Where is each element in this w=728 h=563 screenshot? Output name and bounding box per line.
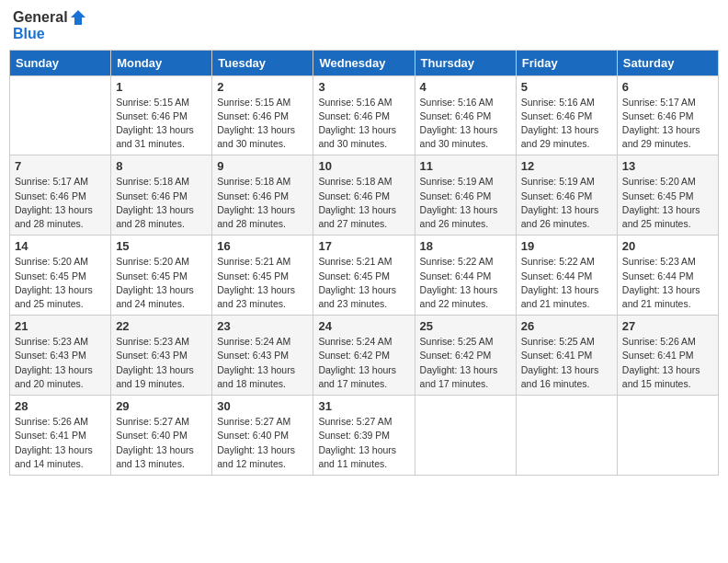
weekday-header-row: SundayMondayTuesdayWednesdayThursdayFrid…	[10, 50, 719, 75]
day-number: 25	[420, 319, 511, 333]
day-info: Sunrise: 5:16 AM Sunset: 6:46 PM Dayligh…	[420, 96, 511, 152]
day-number: 10	[318, 159, 409, 173]
day-number: 4	[420, 80, 511, 94]
calendar-cell: 25Sunrise: 5:25 AM Sunset: 6:42 PM Dayli…	[415, 316, 516, 396]
day-info: Sunrise: 5:24 AM Sunset: 6:43 PM Dayligh…	[217, 335, 308, 391]
day-number: 15	[116, 239, 207, 253]
day-info: Sunrise: 5:19 AM Sunset: 6:46 PM Dayligh…	[521, 175, 612, 231]
calendar-cell: 18Sunrise: 5:22 AM Sunset: 6:44 PM Dayli…	[415, 236, 516, 316]
logo-text: General Blue	[13, 9, 86, 42]
day-number: 19	[521, 239, 612, 253]
day-info: Sunrise: 5:18 AM Sunset: 6:46 PM Dayligh…	[318, 175, 409, 231]
calendar-cell: 11Sunrise: 5:19 AM Sunset: 6:46 PM Dayli…	[415, 155, 516, 236]
calendar-cell: 23Sunrise: 5:24 AM Sunset: 6:43 PM Dayli…	[212, 316, 313, 396]
day-number: 16	[217, 239, 308, 253]
day-number: 5	[521, 80, 612, 94]
day-number: 6	[622, 80, 713, 94]
weekday-header-friday: Friday	[516, 50, 617, 75]
calendar-cell	[10, 75, 111, 155]
day-info: Sunrise: 5:26 AM Sunset: 6:41 PM Dayligh…	[15, 415, 106, 471]
calendar-cell: 9Sunrise: 5:18 AM Sunset: 6:46 PM Daylig…	[212, 155, 313, 236]
day-number: 11	[420, 159, 511, 173]
calendar-cell: 19Sunrise: 5:22 AM Sunset: 6:44 PM Dayli…	[516, 236, 617, 316]
calendar-table: SundayMondayTuesdayWednesdayThursdayFrid…	[9, 50, 719, 476]
day-number: 21	[15, 319, 106, 333]
day-number: 18	[420, 239, 511, 253]
day-info: Sunrise: 5:21 AM Sunset: 6:45 PM Dayligh…	[318, 255, 409, 311]
calendar-cell: 20Sunrise: 5:23 AM Sunset: 6:44 PM Dayli…	[617, 236, 718, 316]
day-info: Sunrise: 5:27 AM Sunset: 6:40 PM Dayligh…	[116, 415, 207, 471]
calendar-cell: 4Sunrise: 5:16 AM Sunset: 6:46 PM Daylig…	[415, 75, 516, 155]
calendar-week-row: 28Sunrise: 5:26 AM Sunset: 6:41 PM Dayli…	[10, 396, 719, 476]
day-info: Sunrise: 5:21 AM Sunset: 6:45 PM Dayligh…	[217, 255, 308, 311]
calendar-cell: 14Sunrise: 5:20 AM Sunset: 6:45 PM Dayli…	[10, 236, 111, 316]
day-number: 17	[318, 239, 409, 253]
day-number: 28	[15, 399, 106, 413]
day-info: Sunrise: 5:18 AM Sunset: 6:46 PM Dayligh…	[116, 175, 207, 231]
logo-arrow-icon	[70, 9, 86, 26]
day-info: Sunrise: 5:23 AM Sunset: 6:43 PM Dayligh…	[15, 335, 106, 391]
calendar-cell: 2Sunrise: 5:15 AM Sunset: 6:46 PM Daylig…	[212, 75, 313, 155]
calendar-cell	[617, 396, 718, 476]
day-info: Sunrise: 5:22 AM Sunset: 6:44 PM Dayligh…	[420, 255, 511, 311]
calendar-cell: 22Sunrise: 5:23 AM Sunset: 6:43 PM Dayli…	[111, 316, 212, 396]
weekday-header-thursday: Thursday	[415, 50, 516, 75]
day-info: Sunrise: 5:16 AM Sunset: 6:46 PM Dayligh…	[318, 96, 409, 152]
day-info: Sunrise: 5:23 AM Sunset: 6:44 PM Dayligh…	[622, 255, 713, 311]
day-number: 1	[116, 80, 207, 94]
calendar-cell: 21Sunrise: 5:23 AM Sunset: 6:43 PM Dayli…	[10, 316, 111, 396]
calendar-week-row: 14Sunrise: 5:20 AM Sunset: 6:45 PM Dayli…	[10, 236, 719, 316]
weekday-header-tuesday: Tuesday	[212, 50, 313, 75]
calendar-cell	[516, 396, 617, 476]
weekday-header-saturday: Saturday	[617, 50, 718, 75]
day-info: Sunrise: 5:22 AM Sunset: 6:44 PM Dayligh…	[521, 255, 612, 311]
calendar-cell: 3Sunrise: 5:16 AM Sunset: 6:46 PM Daylig…	[313, 75, 415, 155]
day-info: Sunrise: 5:20 AM Sunset: 6:45 PM Dayligh…	[622, 175, 713, 231]
calendar-cell: 24Sunrise: 5:24 AM Sunset: 6:42 PM Dayli…	[313, 316, 415, 396]
calendar-cell: 30Sunrise: 5:27 AM Sunset: 6:40 PM Dayli…	[212, 396, 313, 476]
day-info: Sunrise: 5:26 AM Sunset: 6:41 PM Dayligh…	[622, 335, 713, 391]
calendar-cell	[415, 396, 516, 476]
day-number: 22	[116, 319, 207, 333]
day-number: 13	[622, 159, 713, 173]
day-info: Sunrise: 5:15 AM Sunset: 6:46 PM Dayligh…	[116, 96, 207, 152]
day-number: 26	[521, 319, 612, 333]
day-info: Sunrise: 5:23 AM Sunset: 6:43 PM Dayligh…	[116, 335, 207, 391]
day-info: Sunrise: 5:20 AM Sunset: 6:45 PM Dayligh…	[116, 255, 207, 311]
day-info: Sunrise: 5:18 AM Sunset: 6:46 PM Dayligh…	[217, 175, 308, 231]
day-number: 2	[217, 80, 308, 94]
day-number: 24	[318, 319, 409, 333]
calendar-cell: 5Sunrise: 5:16 AM Sunset: 6:46 PM Daylig…	[516, 75, 617, 155]
day-number: 30	[217, 399, 308, 413]
day-number: 27	[622, 319, 713, 333]
day-number: 23	[217, 319, 308, 333]
day-number: 8	[116, 159, 207, 173]
calendar-cell: 27Sunrise: 5:26 AM Sunset: 6:41 PM Dayli…	[617, 316, 718, 396]
day-number: 29	[116, 399, 207, 413]
calendar-cell: 26Sunrise: 5:25 AM Sunset: 6:41 PM Dayli…	[516, 316, 617, 396]
calendar-cell: 29Sunrise: 5:27 AM Sunset: 6:40 PM Dayli…	[111, 396, 212, 476]
day-info: Sunrise: 5:17 AM Sunset: 6:46 PM Dayligh…	[622, 96, 713, 152]
header: General Blue	[9, 9, 719, 42]
calendar-cell: 10Sunrise: 5:18 AM Sunset: 6:46 PM Dayli…	[313, 155, 415, 236]
calendar-cell: 8Sunrise: 5:18 AM Sunset: 6:46 PM Daylig…	[111, 155, 212, 236]
day-info: Sunrise: 5:25 AM Sunset: 6:42 PM Dayligh…	[420, 335, 511, 391]
day-info: Sunrise: 5:19 AM Sunset: 6:46 PM Dayligh…	[420, 175, 511, 231]
calendar-cell: 13Sunrise: 5:20 AM Sunset: 6:45 PM Dayli…	[617, 155, 718, 236]
day-number: 3	[318, 80, 409, 94]
logo: General Blue	[13, 9, 86, 42]
calendar-cell: 7Sunrise: 5:17 AM Sunset: 6:46 PM Daylig…	[10, 155, 111, 236]
calendar-cell: 31Sunrise: 5:27 AM Sunset: 6:39 PM Dayli…	[313, 396, 415, 476]
day-info: Sunrise: 5:16 AM Sunset: 6:46 PM Dayligh…	[521, 96, 612, 152]
logo-blue: Blue	[13, 26, 86, 42]
day-number: 7	[15, 159, 106, 173]
calendar-week-row: 7Sunrise: 5:17 AM Sunset: 6:46 PM Daylig…	[10, 155, 719, 236]
weekday-header-monday: Monday	[111, 50, 212, 75]
day-info: Sunrise: 5:27 AM Sunset: 6:40 PM Dayligh…	[217, 415, 308, 471]
day-info: Sunrise: 5:15 AM Sunset: 6:46 PM Dayligh…	[217, 96, 308, 152]
calendar-week-row: 21Sunrise: 5:23 AM Sunset: 6:43 PM Dayli…	[10, 316, 719, 396]
day-number: 20	[622, 239, 713, 253]
day-info: Sunrise: 5:25 AM Sunset: 6:41 PM Dayligh…	[521, 335, 612, 391]
calendar-cell: 17Sunrise: 5:21 AM Sunset: 6:45 PM Dayli…	[313, 236, 415, 316]
calendar-cell: 28Sunrise: 5:26 AM Sunset: 6:41 PM Dayli…	[10, 396, 111, 476]
